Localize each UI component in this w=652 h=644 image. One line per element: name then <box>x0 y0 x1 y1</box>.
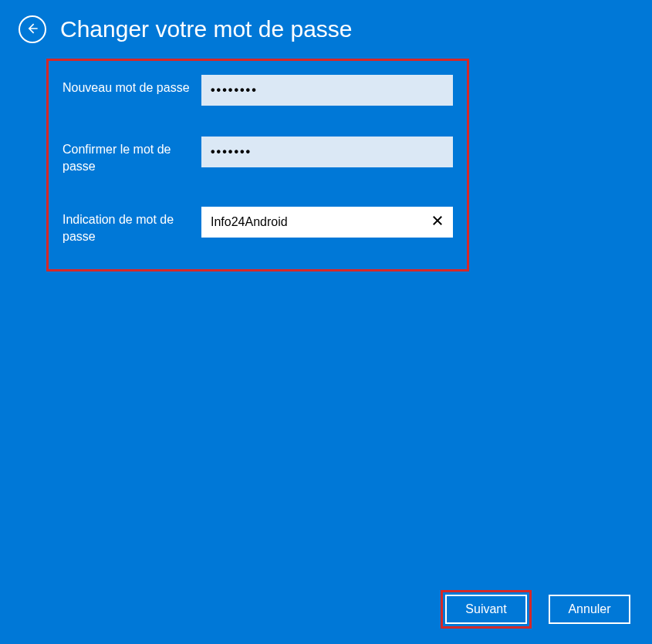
back-button[interactable] <box>19 15 46 43</box>
field-row-hint: Indication de mot de passe <box>62 207 453 246</box>
clear-hint-button[interactable] <box>422 207 453 238</box>
field-row-confirm-password: Confirmer le mot de passe <box>62 137 453 176</box>
confirm-password-input[interactable] <box>201 137 453 167</box>
next-button[interactable]: Suivant <box>445 595 527 624</box>
cancel-button[interactable]: Annuler <box>549 595 630 624</box>
form-highlight-box: Nouveau mot de passe Confirmer le mot de… <box>46 59 469 271</box>
arrow-left-icon <box>25 21 40 39</box>
new-password-input[interactable] <box>201 75 453 106</box>
hint-input[interactable] <box>201 207 453 238</box>
footer-buttons: Suivant Annuler <box>445 595 630 624</box>
close-icon <box>431 214 444 230</box>
new-password-label: Nouveau mot de passe <box>62 75 201 96</box>
hint-label: Indication de mot de passe <box>62 207 201 246</box>
field-row-new-password: Nouveau mot de passe <box>62 75 453 106</box>
page-title: Changer votre mot de passe <box>60 16 353 42</box>
confirm-password-label: Confirmer le mot de passe <box>62 137 201 176</box>
